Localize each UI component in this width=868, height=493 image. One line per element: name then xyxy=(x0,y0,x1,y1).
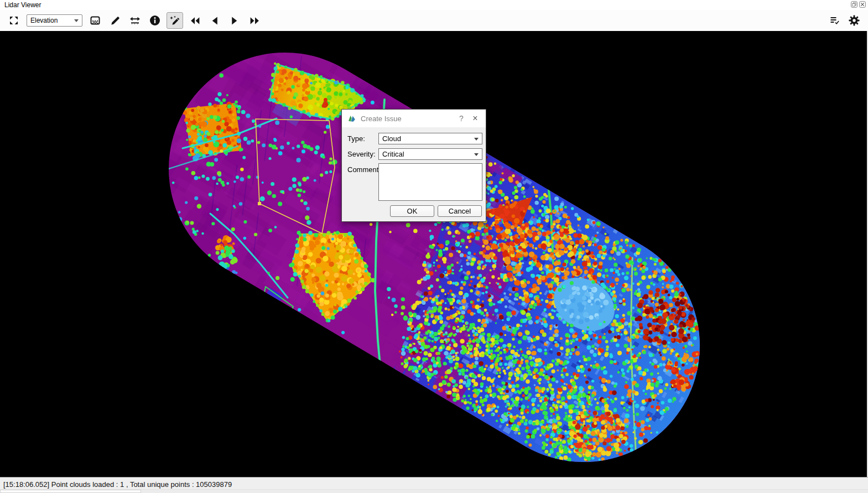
fit-view-button[interactable] xyxy=(6,12,22,29)
ok-button[interactable]: OK xyxy=(390,205,434,217)
severity-select-value: Critical xyxy=(382,150,404,158)
log-scrollbar[interactable] xyxy=(0,489,868,493)
comment-label: Comment: xyxy=(347,165,381,174)
rewind-button[interactable] xyxy=(186,12,203,29)
app-logo-icon xyxy=(347,114,356,123)
severity-label: Severity: xyxy=(347,150,376,158)
titlebar: Lidar Viewer xyxy=(0,0,868,10)
gear-icon xyxy=(849,15,860,26)
restore-button[interactable] xyxy=(851,1,857,8)
previous-icon xyxy=(210,16,220,25)
dialog-titlebar[interactable]: Create Issue ? × xyxy=(342,110,486,127)
fit-view-icon xyxy=(9,15,19,25)
type-select[interactable]: Cloud xyxy=(378,133,482,144)
rewind-icon xyxy=(189,16,201,25)
dialog-title: Create Issue xyxy=(361,115,402,123)
colormap-select[interactable]: Elevation xyxy=(27,14,82,27)
comment-textarea[interactable] xyxy=(378,163,482,201)
lidar-viewer-window: Lidar Viewer Elevation xyxy=(0,0,868,493)
settings-button[interactable] xyxy=(846,12,862,29)
colormap-select-value: Elevation xyxy=(30,17,58,24)
chevron-down-icon xyxy=(74,19,79,24)
colormap-icon xyxy=(90,15,100,25)
restore-icon xyxy=(852,2,856,7)
dialog-close-button[interactable]: × xyxy=(468,114,482,123)
cancel-button[interactable]: Cancel xyxy=(438,205,482,217)
type-select-value: Cloud xyxy=(382,134,401,143)
draw-button[interactable] xyxy=(107,12,123,29)
help-button[interactable]: ? xyxy=(455,114,468,123)
measure-button[interactable] xyxy=(127,12,143,29)
fast-forward-button[interactable] xyxy=(246,12,263,29)
severity-select[interactable]: Critical xyxy=(378,148,482,160)
annotate-button[interactable] xyxy=(167,12,183,29)
pencil-icon xyxy=(110,15,121,26)
toolbar: Elevation xyxy=(0,10,868,31)
close-icon xyxy=(860,2,865,7)
fast-forward-icon xyxy=(249,16,261,25)
info-button[interactable] xyxy=(147,12,163,29)
create-issue-dialog: Create Issue ? × Type: Cloud Severity: C… xyxy=(341,109,486,222)
annotate-pencil-icon xyxy=(169,15,180,26)
statusbar: [15:18:06.052] Point clouds loaded : 1 ,… xyxy=(0,477,868,493)
log-scrollbar-thumb[interactable] xyxy=(0,490,141,493)
pointcloud-canvas[interactable] xyxy=(0,31,868,477)
task-list-icon xyxy=(829,15,840,25)
close-button[interactable] xyxy=(859,1,866,8)
window-controls xyxy=(851,1,866,8)
viewport: Create Issue ? × Type: Cloud Severity: C… xyxy=(0,31,868,477)
info-icon xyxy=(149,15,160,26)
tasks-button[interactable] xyxy=(826,12,843,29)
dropdown-arrow-icon xyxy=(474,138,479,143)
colormap-button[interactable] xyxy=(87,12,103,29)
dropdown-arrow-icon xyxy=(474,153,479,158)
type-label: Type: xyxy=(347,134,365,143)
previous-button[interactable] xyxy=(206,12,223,29)
status-message: [15:18:06.052] Point clouds loaded : 1 ,… xyxy=(3,480,232,489)
measure-icon xyxy=(129,15,141,25)
play-icon xyxy=(230,16,240,25)
play-button[interactable] xyxy=(226,12,243,29)
window-title: Lidar Viewer xyxy=(4,1,41,9)
